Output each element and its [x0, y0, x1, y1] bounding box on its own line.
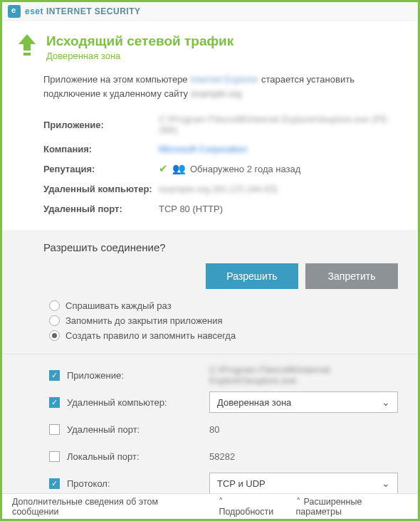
titlebar: eset INTERNET SECURITY [2, 2, 418, 21]
company-label: Компания: [43, 144, 159, 154]
info-row-remote-pc: Удаленный компьютер: example.org (93.123… [43, 179, 398, 199]
header-text: Исходящий сетевой трафик Доверенная зона [46, 33, 233, 61]
info-row-company: Компания: Microsoft Corporation [43, 139, 398, 159]
advanced-toggle[interactable]: ˄Расширенные параметры [296, 496, 408, 517]
radio-remember-until-close[interactable]: Запомнить до закрытия приложения [49, 315, 398, 326]
chevron-up-icon: ˄ [219, 496, 224, 507]
svg-rect-0 [23, 53, 31, 56]
chevron-up-icon: ˄ [296, 496, 301, 507]
remote-pc-label: Удаленный компьютер: [43, 184, 159, 194]
radio-label: Спрашивать каждый раз [65, 300, 172, 311]
company-value: Microsoft Corporation [159, 144, 247, 154]
remote-pc-checkbox[interactable] [49, 397, 60, 408]
rule-protocol-label: Протокол: [67, 478, 202, 489]
info-row-remote-port: Удаленный порт: TCP 80 (HTTP) [43, 199, 398, 219]
desc-part1: Приложение на этом компьютере [43, 74, 190, 85]
remember-radio-group: Спрашивать каждый раз Запомнить до закры… [43, 300, 398, 341]
rule-local-port-label: Локальный порт: [67, 451, 202, 462]
rule-application-label: Приложение: [67, 370, 202, 381]
reputation-label: Репутация: [43, 164, 159, 174]
rule-row-remote-pc: Удаленный компьютер: Доверенная зона ⌄ [49, 389, 398, 416]
radio-ask-every-time[interactable]: Спрашивать каждый раз [49, 300, 398, 311]
select-value: TCP и UDP [217, 478, 266, 489]
chevron-down-icon: ⌄ [382, 478, 390, 489]
product-name: INTERNET SECURITY [46, 6, 141, 16]
desc-app-blurred: Internet Explorer [190, 73, 258, 87]
dialog-header: Исходящий сетевой трафик Доверенная зона [2, 21, 418, 65]
button-row: Разрешить Запретить [43, 263, 398, 289]
allow-button[interactable]: Разрешить [206, 263, 298, 289]
rule-row-protocol: Протокол: TCP и UDP ⌄ [49, 470, 398, 493]
firewall-dialog: eset INTERNET SECURITY Исходящий сетевой… [0, 0, 420, 521]
dialog-subtitle: Доверенная зона [46, 51, 233, 61]
rule-section: Приложение: C:\Program Files\x86\Interne… [2, 354, 418, 493]
checkmark-icon: ✔ [159, 162, 168, 175]
radio-icon [49, 315, 60, 326]
dialog-title: Исходящий сетевой трафик [46, 33, 233, 49]
radio-icon [49, 300, 60, 311]
protocol-select[interactable]: TCP и UDP ⌄ [209, 473, 398, 493]
rule-row-remote-port: Удаленный порт: 80 [49, 416, 398, 443]
desc-site-blurred: example.org [191, 87, 242, 101]
users-icon: 👥 [172, 162, 186, 175]
radio-label: Создать правило и запомнить навсегда [65, 330, 236, 341]
info-table: Приложение: C:\Program Files\x86\Interne… [2, 110, 418, 226]
remote-pc-value: example.org (93.123.184.63) [159, 184, 278, 194]
reputation-text: Обнаружено 2 года назад [190, 164, 300, 174]
outgoing-arrow-icon [18, 33, 36, 58]
content: Исходящий сетевой трафик Доверенная зона… [2, 21, 418, 493]
remote-port-label: Удаленный порт: [43, 204, 159, 214]
brand-name: eset [25, 6, 43, 16]
rule-remote-port-value: 80 [209, 424, 398, 435]
rule-application-value: C:\Program Files\x86\Internet Explorer\i… [209, 364, 398, 386]
info-row-reputation: Репутация: ✔ 👥 Обнаружено 2 года назад [43, 159, 398, 179]
question-title: Разрешить соединение? [43, 241, 398, 253]
radio-label: Запомнить до закрытия приложения [65, 315, 223, 326]
select-value: Доверенная зона [217, 397, 291, 408]
rule-remote-port-label: Удаленный порт: [67, 424, 202, 435]
question-section: Разрешить соединение? Разрешить Запретит… [2, 230, 418, 354]
radio-icon [49, 330, 60, 341]
application-checkbox[interactable] [49, 370, 60, 381]
info-row-application: Приложение: C:\Program Files\x86\Interne… [43, 110, 398, 139]
local-port-checkbox[interactable] [49, 451, 60, 462]
rule-remote-pc-label: Удаленный компьютер: [67, 397, 202, 408]
more-info-link[interactable]: Дополнительные сведения об этом сообщени… [12, 497, 203, 517]
remote-port-value: TCP 80 (HTTP) [159, 204, 398, 214]
chevron-down-icon: ⌄ [382, 396, 390, 408]
application-label: Приложение: [43, 120, 159, 130]
protocol-checkbox[interactable] [49, 478, 60, 489]
rule-row-local-port: Локальный порт: 58282 [49, 443, 398, 470]
eset-logo-icon [8, 5, 21, 18]
rule-row-application: Приложение: C:\Program Files\x86\Interne… [49, 362, 398, 389]
rule-local-port-value: 58282 [209, 451, 398, 462]
remote-pc-select[interactable]: Доверенная зона ⌄ [209, 391, 398, 413]
radio-create-rule[interactable]: Создать правило и запомнить навсегда [49, 330, 398, 341]
remote-port-checkbox[interactable] [49, 424, 60, 435]
application-value: C:\Program Files\x86\Internet Explorer\i… [159, 114, 398, 135]
details-toggle[interactable]: ˄Подробности [219, 496, 280, 517]
deny-button[interactable]: Запретить [305, 263, 398, 289]
description: Приложение на этом компьютере Internet E… [2, 65, 418, 110]
footer: Дополнительные сведения об этом сообщени… [2, 493, 418, 519]
